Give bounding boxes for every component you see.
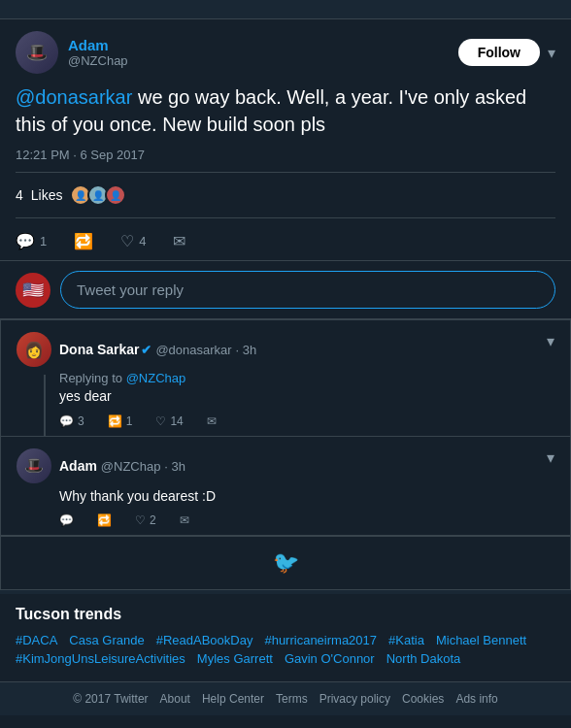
dona-reply-count: 3 xyxy=(78,414,84,428)
footer-help[interactable]: Help Center xyxy=(202,692,264,706)
replies-section: 👩 Dona Sarkar✔ @donasarkar · 3h ▾ Replyi… xyxy=(0,319,571,590)
adam-reply-time: · 3h xyxy=(164,459,185,474)
dona-more-button[interactable]: ▾ xyxy=(547,332,554,350)
replies-footer: 🐦 xyxy=(1,536,570,589)
user-info: Adam @NZChap xyxy=(68,37,128,68)
trend-hurricaneirma[interactable]: #hurricaneirma2017 xyxy=(264,633,377,647)
user-name[interactable]: Adam xyxy=(68,37,128,53)
trend-gavin-oconnor[interactable]: Gavin O'Connor xyxy=(285,651,375,666)
reply-header: 👩 Dona Sarkar✔ @donasarkar · 3h ▾ xyxy=(17,332,554,367)
user-handle[interactable]: @NZChap xyxy=(68,53,128,68)
trend-daca[interactable]: #DACA xyxy=(16,633,57,647)
reply-mention[interactable]: @NZChap xyxy=(126,371,186,385)
reply-item-2: 🎩 Adam @NZChap · 3h ▾ Why thank you dear… xyxy=(1,437,570,537)
dona-like-count: 14 xyxy=(170,414,183,428)
dona-mail-btn[interactable]: ✉ xyxy=(207,414,217,428)
trends-title: Tucson trends xyxy=(16,606,555,623)
adam-reply-header: 🎩 Adam @NZChap · 3h ▾ xyxy=(17,448,554,483)
likes-avatars: 👤 👤 👤 xyxy=(70,184,122,206)
trend-kimjongun[interactable]: #KimJongUnsLeisureActivities xyxy=(16,651,185,666)
replying-to: Replying to @NZChap xyxy=(59,371,554,385)
more-options-button[interactable]: ▾ xyxy=(548,44,555,62)
reply-action[interactable]: 💬 1 xyxy=(16,232,47,250)
footer-copyright: © 2017 Twitter xyxy=(73,692,148,706)
main-tweet: 🎩 Adam @NZChap Follow ▾ @donasarkar we g… xyxy=(0,19,571,261)
thread-line xyxy=(44,375,46,436)
follow-button[interactable]: Follow xyxy=(458,39,540,66)
trends-row-2: #KimJongUnsLeisureActivities Myles Garre… xyxy=(16,651,555,666)
adam-reply-user-info: Adam @NZChap · 3h xyxy=(59,458,185,474)
trend-katia[interactable]: #Katia xyxy=(388,633,424,647)
retweet-action[interactable]: 🔁 xyxy=(74,232,93,250)
footer-cookies[interactable]: Cookies xyxy=(402,692,444,706)
adam-reply-actions: 💬 🔁 ♡ 2 ✉ xyxy=(59,513,554,527)
trends-section: Tucson trends #DACA Casa Grande #ReadABo… xyxy=(0,590,571,681)
avatar: 🎩 xyxy=(16,31,58,74)
reply-icon: 💬 xyxy=(16,232,35,250)
page-footer: © 2017 Twitter About Help Center Terms P… xyxy=(0,681,571,715)
like-icon: ♡ xyxy=(120,232,134,250)
tweet-text: @donasarkar we go way back. Well, a year… xyxy=(16,83,555,138)
adam-reply-handle: @NZChap xyxy=(101,459,161,474)
trend-north-dakota[interactable]: North Dakota xyxy=(386,651,461,666)
divider-top xyxy=(16,172,555,173)
trend-myles-garrett[interactable]: Myles Garrett xyxy=(197,651,273,666)
reply-count: 1 xyxy=(40,234,47,248)
dona-reply-btn[interactable]: 💬 3 xyxy=(59,414,84,428)
retweet-icon: 🔁 xyxy=(74,232,93,250)
adam-reply-btn[interactable]: 💬 xyxy=(59,513,74,527)
adam-mail-icon: ✉ xyxy=(180,513,189,527)
footer-about[interactable]: About xyxy=(160,692,190,706)
like-avatar-3: 👤 xyxy=(105,184,126,206)
tweet-header-right: Follow ▾ xyxy=(458,39,555,66)
reply-item: 👩 Dona Sarkar✔ @donasarkar · 3h ▾ Replyi… xyxy=(1,320,570,437)
dona-retweet-count: 1 xyxy=(126,414,133,428)
tweet-actions: 💬 1 🔁 ♡ 4 ✉ xyxy=(16,224,555,252)
divider-bottom xyxy=(16,217,555,218)
adam-reply-name: Adam xyxy=(59,458,97,474)
verified-icon: ✔ xyxy=(141,343,151,357)
dona-handle: @donasarkar xyxy=(155,343,231,357)
adam-retweet-btn[interactable]: 🔁 xyxy=(97,513,112,527)
dona-reply-actions: 💬 3 🔁 1 ♡ 14 ✉ xyxy=(59,414,554,428)
tweet-author-info: 🎩 Adam @NZChap xyxy=(16,31,128,74)
likes-label: Likes xyxy=(31,187,63,203)
trend-casa-grande[interactable]: Casa Grande xyxy=(69,633,144,647)
dona-reply-icon: 💬 xyxy=(59,414,74,428)
reply-input-section: 🇺🇸 xyxy=(0,261,571,319)
tweet-mention[interactable]: @donasarkar xyxy=(16,86,132,108)
footer-terms[interactable]: Terms xyxy=(276,692,308,706)
mail-action[interactable]: ✉ xyxy=(173,232,185,250)
dona-retweet-icon: 🔁 xyxy=(108,414,122,428)
reply-user-avatar: 🇺🇸 xyxy=(16,273,50,308)
trend-michael-bennett[interactable]: Michael Bennett xyxy=(436,633,526,647)
adam-like-btn[interactable]: ♡ 2 xyxy=(135,513,156,527)
trends-row-1: #DACA Casa Grande #ReadABookDay #hurrica… xyxy=(16,633,555,647)
adam-reply-text: Why thank you dearest :D xyxy=(59,487,554,507)
like-count: 4 xyxy=(139,234,146,248)
footer-privacy[interactable]: Privacy policy xyxy=(319,692,390,706)
adam-reply-body: Why thank you dearest :D 💬 🔁 ♡ 2 ✉ xyxy=(17,487,554,528)
dona-time: · 3h xyxy=(236,343,257,357)
reply-input[interactable] xyxy=(60,271,555,309)
adam-mail-btn[interactable]: ✉ xyxy=(180,513,189,527)
footer-ads[interactable]: Ads info xyxy=(455,692,497,706)
adam-retweet-icon: 🔁 xyxy=(97,513,112,527)
likes-count: 4 xyxy=(16,187,23,203)
dona-mail-icon: ✉ xyxy=(207,414,217,428)
dona-like-icon: ♡ xyxy=(155,414,166,428)
tweet-timestamp: 12:21 PM · 6 Sep 2017 xyxy=(16,148,555,162)
adam-more-button[interactable]: ▾ xyxy=(547,448,554,467)
dona-name: Dona Sarkar✔ xyxy=(59,342,151,357)
top-bar xyxy=(0,0,571,19)
adam-reply-avatar: 🎩 xyxy=(17,448,51,483)
likes-row: 4 Likes 👤 👤 👤 xyxy=(16,179,555,212)
trend-readabookday[interactable]: #ReadABookDay xyxy=(156,633,253,647)
dona-reply-text: yes dear xyxy=(59,387,554,407)
mail-icon: ✉ xyxy=(173,232,185,250)
dona-retweet-btn[interactable]: 🔁 1 xyxy=(108,414,133,428)
adam-like-count: 2 xyxy=(150,513,156,527)
dona-like-btn[interactable]: ♡ 14 xyxy=(155,414,183,428)
like-action[interactable]: ♡ 4 xyxy=(120,232,146,250)
twitter-bird-icon: 🐦 xyxy=(15,550,556,576)
